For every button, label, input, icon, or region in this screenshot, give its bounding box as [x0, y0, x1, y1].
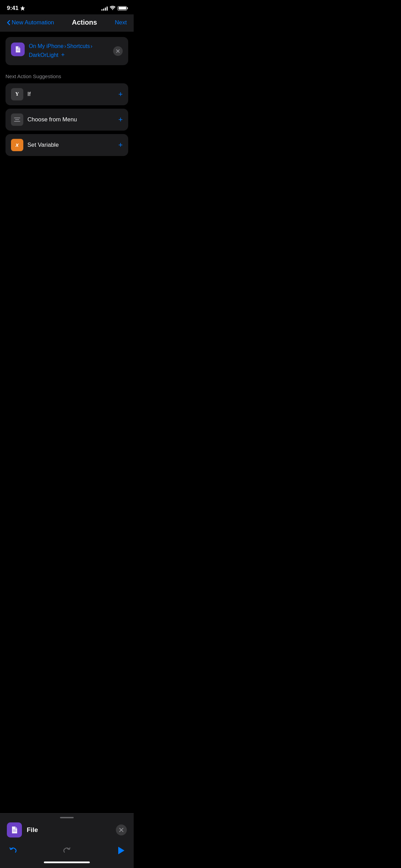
chevron-left-icon	[7, 20, 10, 25]
choose-menu-label: Choose from Menu	[27, 116, 77, 123]
variable-icon: x	[11, 139, 23, 151]
path-plus-button[interactable]: +	[61, 51, 65, 59]
choose-menu-add-button[interactable]: +	[118, 116, 123, 123]
document-icon	[14, 46, 22, 53]
path-shortcuts: Shortcuts	[67, 43, 90, 50]
main-content: On My iPhone › Shortcuts › DarkOrLight +…	[0, 32, 134, 237]
status-bar: 9:41	[0, 0, 134, 14]
suggestion-left-menu: Choose from Menu	[11, 113, 77, 126]
path-darkOrLight: DarkOrLight	[29, 51, 58, 59]
file-path-left: On My iPhone › Shortcuts › DarkOrLight +	[11, 43, 113, 60]
page-title: Actions	[72, 19, 97, 26]
nav-bar: New Automation Actions Next	[0, 14, 134, 32]
file-path-text: On My iPhone › Shortcuts › DarkOrLight +	[29, 43, 113, 60]
menu-icon	[11, 113, 23, 126]
signal-icon	[101, 6, 108, 11]
file-path-card[interactable]: On My iPhone › Shortcuts › DarkOrLight +	[5, 37, 128, 65]
set-variable-add-button[interactable]: +	[118, 141, 123, 149]
file-icon-box	[11, 43, 25, 56]
status-icons	[101, 5, 127, 11]
suggestion-item-set-variable[interactable]: x Set Variable +	[5, 134, 128, 156]
path-sep1: ›	[64, 43, 66, 50]
wifi-icon	[110, 5, 116, 11]
close-icon	[116, 49, 120, 53]
back-button[interactable]: New Automation	[7, 19, 54, 26]
path-iphone: On My iPhone	[29, 43, 63, 50]
suggestion-left-variable: x Set Variable	[11, 139, 59, 151]
if-add-button[interactable]: +	[118, 91, 123, 98]
suggestions-label: Next Action Suggestions	[5, 73, 128, 79]
battery-icon	[118, 6, 127, 11]
back-label: New Automation	[12, 19, 54, 26]
suggestion-item-choose-menu[interactable]: Choose from Menu +	[5, 109, 128, 131]
time-label: 9:41	[7, 5, 19, 12]
next-button[interactable]: Next	[115, 19, 127, 26]
suggestion-left-if: Y If	[11, 88, 31, 100]
svg-point-0	[112, 9, 113, 10]
set-variable-label: Set Variable	[27, 142, 59, 148]
file-path-close-button[interactable]	[113, 46, 123, 56]
status-time: 9:41	[7, 5, 25, 12]
if-icon: Y	[11, 88, 23, 100]
if-label: If	[27, 91, 31, 98]
location-icon	[20, 6, 25, 11]
suggestion-item-if[interactable]: Y If +	[5, 83, 128, 105]
path-sep2: ›	[90, 43, 92, 50]
